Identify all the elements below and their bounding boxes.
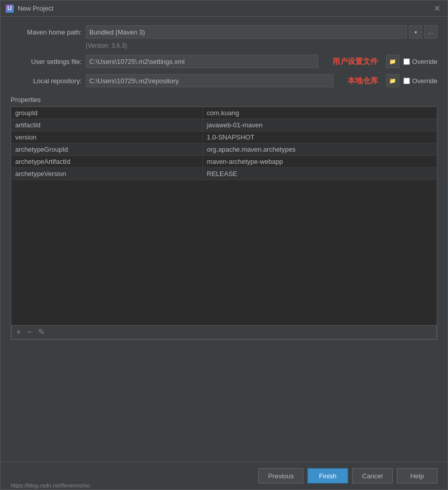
local-repo-override-label: Override — [412, 77, 437, 85]
local-repo-input[interactable] — [86, 74, 333, 87]
add-property-btn[interactable]: + — [15, 328, 22, 337]
table-row[interactable]: version 1.0-SNAPSHOT — [11, 131, 437, 144]
previous-button[interactable]: Previous — [258, 468, 303, 483]
repo-annotation: 本地仓库 — [348, 76, 378, 86]
local-repo-row: Local repository: 本地仓库 📁 Override — [11, 74, 437, 88]
properties-title: Properties — [11, 96, 437, 103]
property-value: javaweb-01-maven — [203, 119, 437, 131]
close-button[interactable]: ✕ — [432, 4, 442, 14]
properties-empty-area — [11, 249, 437, 325]
maven-home-row: Maven home path: ▾ … Maven地址 — [11, 25, 437, 39]
property-key: archetypeVersion — [11, 168, 203, 180]
cancel-button[interactable]: Cancel — [352, 468, 393, 483]
user-settings-input[interactable] — [86, 55, 318, 68]
remove-property-btn[interactable]: − — [25, 328, 33, 337]
maven-home-label: Maven home path: — [11, 28, 82, 36]
property-key: archetypeArtifactId — [11, 156, 203, 167]
new-project-dialog: IJ New Project ✕ Maven home path: ▾ … Ma… — [0, 0, 448, 490]
maven-home-input[interactable] — [86, 25, 407, 39]
maven-home-input-container: ▾ … Maven地址 — [86, 25, 437, 39]
local-repo-label: Local repository: — [11, 77, 82, 85]
property-value: maven-archetype-webapp — [203, 156, 437, 167]
property-value: org.apache.maven.archetypes — [203, 144, 437, 155]
settings-annotation: 用户设置文件 — [332, 57, 378, 66]
property-key: archetypeGroupId — [11, 144, 203, 155]
url-text: https://blog.csdn.net/fevermomo — [11, 482, 90, 488]
edit-property-btn[interactable]: ✎ — [37, 328, 46, 337]
dialog-title: New Project — [18, 5, 53, 12]
table-row[interactable]: archetypeArtifactId maven-archetype-weba… — [11, 156, 437, 168]
user-settings-override: Override — [403, 58, 437, 65]
property-key: artifactId — [11, 119, 203, 131]
user-settings-row: User settings file: 用户设置文件 📁 Override — [11, 54, 437, 68]
user-settings-browse-btn[interactable]: 📁 — [386, 55, 399, 68]
maven-home-dropdown-btn[interactable]: ▾ — [409, 25, 422, 39]
dialog-content: Maven home path: ▾ … Maven地址 (Version: 3… — [1, 17, 447, 462]
local-repo-override-checkbox[interactable] — [403, 78, 410, 84]
user-settings-override-checkbox[interactable] — [403, 58, 410, 65]
table-row[interactable]: groupId com.kuang — [11, 107, 437, 119]
maven-home-browse-btn[interactable]: … — [424, 25, 437, 39]
title-bar-left: IJ New Project — [6, 5, 53, 13]
property-key: version — [11, 131, 203, 143]
user-settings-label: User settings file: — [11, 58, 82, 65]
title-bar: IJ New Project ✕ — [1, 1, 447, 17]
property-key: groupId — [11, 107, 203, 119]
properties-toolbar: + − ✎ — [11, 325, 437, 339]
properties-section: Properties groupId com.kuang artifactId … — [11, 96, 437, 453]
table-row[interactable]: archetypeVersion RELEASE — [11, 168, 437, 180]
table-row[interactable]: artifactId javaweb-01-maven — [11, 119, 437, 131]
table-row[interactable]: archetypeGroupId org.apache.maven.archet… — [11, 144, 437, 156]
maven-version-text: (Version: 3.6.3) — [86, 42, 437, 49]
properties-table-body: groupId com.kuang artifactId javaweb-01-… — [11, 107, 437, 249]
property-value: com.kuang — [203, 107, 437, 119]
user-settings-override-label: Override — [412, 58, 437, 65]
help-button[interactable]: Help — [397, 468, 437, 483]
bottom-bar: https://blog.csdn.net/fevermomo Previous… — [1, 462, 447, 489]
properties-table: groupId com.kuang artifactId javaweb-01-… — [11, 107, 437, 340]
finish-button[interactable]: Finish — [307, 468, 348, 483]
local-repo-browse-btn[interactable]: 📁 — [386, 74, 399, 87]
app-icon: IJ — [6, 5, 14, 13]
property-value: 1.0-SNAPSHOT — [203, 131, 437, 143]
local-repo-override: Override — [403, 77, 437, 85]
property-value: RELEASE — [203, 168, 437, 180]
